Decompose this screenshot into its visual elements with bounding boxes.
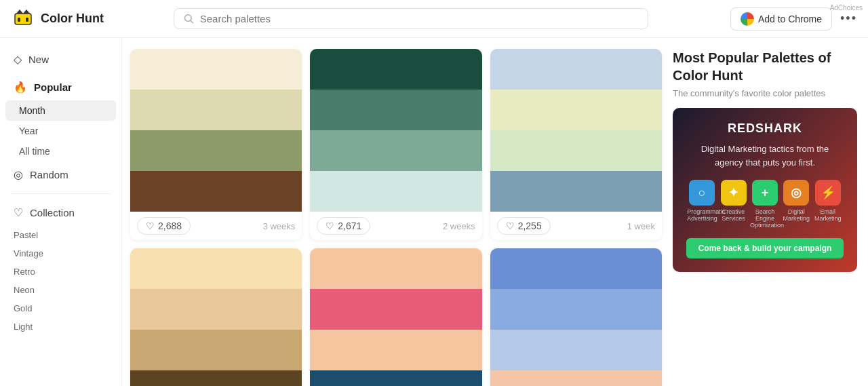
color-swatch [490,370,662,386]
like-count: 2,255 [518,220,542,231]
color-swatch [310,130,481,171]
popular-alltime[interactable]: All time [5,141,116,161]
color-swatch [490,49,662,90]
svg-rect-5 [18,18,20,22]
color-swatch [490,130,662,171]
like-button[interactable]: ♡2,671 [317,217,370,235]
color-swatch [130,330,302,370]
heart-icon: ♡ [326,220,334,231]
palette-swatches [490,49,662,212]
collection-light[interactable]: Light [0,317,121,336]
heart-icon: ♡ [146,220,155,231]
palette-meta: ♡2,6883 weeks [130,212,302,240]
time-label: 3 weeks [263,221,296,231]
color-swatch [490,90,662,130]
ad-icon-item: ○Programmatic Advertising [687,180,717,229]
collection-retro[interactable]: Retro [0,263,121,281]
new-label: New [28,54,49,65]
color-swatch [130,49,302,90]
popular-label: Popular [34,81,72,93]
fire-icon: 🔥 [14,81,27,94]
sidebar-item-collection[interactable]: ♡ Collection [0,199,121,226]
sidebar-item-new[interactable]: ◇ New [0,46,121,73]
heart-icon: ♡ [14,206,23,219]
color-swatch [310,90,481,130]
collection-neon[interactable]: Neon [0,281,121,299]
color-swatch [130,171,302,212]
collection-pastel[interactable]: Pastel [0,226,121,244]
palette-card-row2-2[interactable] [490,248,662,386]
popular-section: 🔥 Popular Month Year All time [0,74,121,161]
redshark-ad: AdChoices REDSHARK Digital Marketing tac… [673,108,857,272]
palette-meta: ♡2,6712 weeks [310,212,481,240]
logo-text: Color Hunt [41,12,104,26]
ad-icon-label: Search Engine Optimization [750,208,780,229]
svg-line-8 [191,20,193,22]
time-label: 2 weeks [443,221,475,231]
popular-year[interactable]: Year [5,121,116,141]
collection-submenu: Pastel Vintage Retro Neon Gold Light [0,226,121,336]
more-options-button[interactable]: ••• [840,12,857,26]
color-swatch [310,330,481,370]
diamond-icon: ◇ [14,53,22,66]
ad-icon-item: +Search Engine Optimization [750,180,780,229]
chrome-btn-label: Add to Chrome [758,14,822,24]
sidebar-divider [11,193,111,194]
time-label: 1 week [627,221,655,231]
palette-card-row1-1[interactable]: ♡2,6712 weeks [310,49,481,240]
ad-icon-label: Programmatic Advertising [687,208,717,222]
color-swatch [490,171,662,212]
like-button[interactable]: ♡2,255 [497,217,551,235]
search-area [174,8,648,29]
ad-icon-label: Digital Marketing [781,208,811,222]
ad-icon-circle: ○ [689,180,715,206]
random-icon: ◎ [14,168,23,181]
palette-swatches [310,248,481,386]
palette-card-row2-0[interactable] [130,248,302,386]
logo-icon [11,7,35,31]
ad-icon-item: ✦Creative Services [719,180,749,229]
like-button[interactable]: ♡2,688 [137,217,191,235]
promo-title: Most Popular Palettes of Color Hunt [673,49,857,84]
header: Color Hunt Add to Chrome ••• [0,0,868,38]
like-count: 2,671 [338,220,361,231]
color-swatch [130,90,302,130]
color-swatch [130,130,302,171]
sidebar-item-popular[interactable]: 🔥 Popular [0,74,121,100]
sidebar: ◇ New 🔥 Popular Month Year All time ◎ Ra… [0,38,122,386]
palette-card-row1-0[interactable]: ♡2,6883 weeks [130,49,302,240]
ad-icon-label: Creative Services [719,208,749,222]
chrome-icon [741,12,754,26]
popular-month[interactable]: Month [5,100,116,121]
ad-cta-button[interactable]: Come back & build your campaign [686,238,844,258]
body: ◇ New 🔥 Popular Month Year All time ◎ Ra… [0,38,868,386]
search-icon [184,14,194,24]
ad-icon-label: Email Marketing [813,208,843,222]
palette-card-row1-2[interactable]: ♡2,2551 week [490,49,662,240]
main-content: ♡2,6883 weeks♡2,6712 weeks♡2,2551 week M… [122,38,868,386]
svg-rect-6 [26,18,28,22]
collection-vintage[interactable]: Vintage [0,244,121,263]
app-container: Color Hunt Add to Chrome ••• ◇ [0,0,868,386]
palette-swatches [490,248,662,386]
collection-gold[interactable]: Gold [0,299,121,317]
ad-icon-circle: ✦ [721,180,747,206]
color-swatch [130,289,302,330]
color-swatch [490,289,662,330]
palette-swatches [130,49,302,212]
promo-subtitle: The community's favorite color palettes [673,88,857,98]
palette-meta: ♡2,2551 week [490,212,662,240]
add-to-chrome-button[interactable]: Add to Chrome [730,7,832,31]
color-swatch [310,248,481,289]
search-input[interactable] [200,13,639,24]
palette-swatches [310,49,481,212]
palette-card-row2-1[interactable] [310,248,481,386]
color-swatch [310,171,481,212]
ad-icon-circle: + [752,180,778,206]
ad-box: AdChoices REDSHARK Digital Marketing tac… [673,108,857,272]
like-count: 2,688 [158,220,182,231]
sidebar-item-random[interactable]: ◎ Random [0,161,121,188]
ad-icon-circle: ◎ [783,180,809,206]
color-swatch [310,49,481,90]
ad-brand: REDSHARK [686,121,844,136]
